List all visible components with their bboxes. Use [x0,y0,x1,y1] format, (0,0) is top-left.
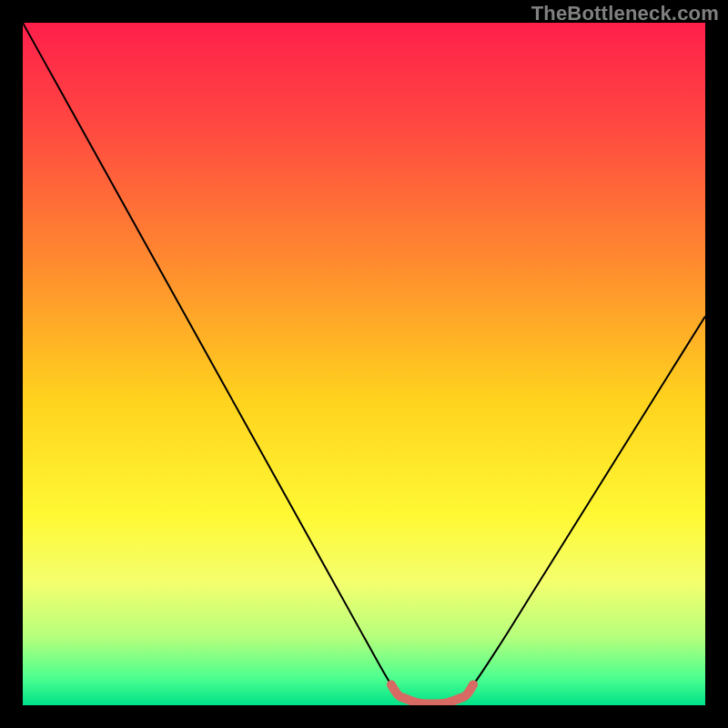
watermark-text: TheBottleneck.com [531,2,719,25]
chart-background [23,23,705,705]
chart-plot-area [23,23,705,705]
chart-svg [23,23,705,705]
chart-frame: TheBottleneck.com [0,0,728,728]
